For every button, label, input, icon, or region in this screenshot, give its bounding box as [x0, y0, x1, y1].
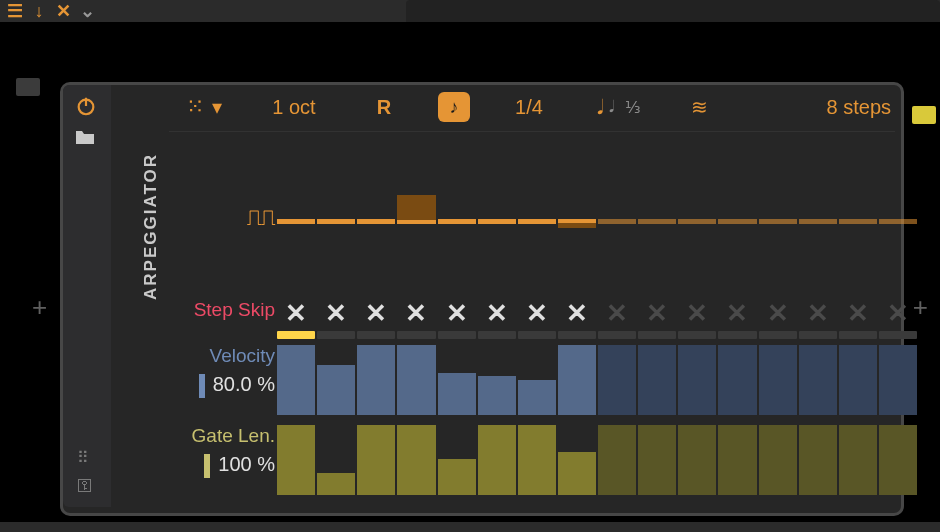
stepskip-step[interactable] — [397, 295, 435, 331]
rate-dotted[interactable]: 𝅘𝅥. — [609, 98, 613, 116]
list-icon[interactable]: ☰ — [3, 0, 27, 22]
stepskip-step[interactable] — [718, 295, 756, 331]
gate-step[interactable] — [277, 425, 315, 495]
gate-step[interactable] — [518, 425, 556, 495]
gate-step[interactable] — [839, 425, 877, 495]
octave-range[interactable]: 1 oct — [239, 96, 349, 119]
gate-readout[interactable]: 100 % — [169, 453, 275, 478]
gate-step[interactable] — [718, 425, 756, 495]
power-button[interactable] — [71, 91, 101, 121]
velocity-row: Velocity 80.0 % — [169, 345, 895, 415]
gate-step[interactable] — [438, 425, 476, 495]
velocity-step[interactable] — [317, 345, 355, 415]
pitch-step[interactable] — [638, 189, 676, 249]
stepskip-step[interactable] — [839, 295, 877, 331]
device-chain-left: + — [0, 62, 55, 522]
velocity-step[interactable] — [478, 345, 516, 415]
gate-step[interactable] — [759, 425, 797, 495]
velocity-step[interactable] — [277, 345, 315, 415]
stepskip-row: Step Skip — [169, 295, 895, 331]
velocity-step[interactable] — [638, 345, 676, 415]
gate-step[interactable] — [879, 425, 917, 495]
key-icon[interactable]: ⚿ — [77, 477, 93, 495]
velocity-step[interactable] — [879, 345, 917, 415]
velocity-readout[interactable]: 80.0 % — [169, 373, 275, 398]
device-slot-right[interactable] — [912, 106, 936, 124]
pitch-step[interactable] — [478, 189, 516, 249]
pitch-icon: ⎍⎍ — [169, 203, 285, 231]
gate-step[interactable] — [357, 425, 395, 495]
gate-step[interactable] — [317, 425, 355, 495]
rate-value[interactable]: 1/4 — [489, 96, 569, 119]
stepskip-step[interactable] — [759, 295, 797, 331]
module-siderail: ⠿ ⚿ — [63, 85, 111, 507]
module-title: ARPEGGIATOR — [141, 153, 161, 300]
stepskip-step[interactable] — [518, 295, 556, 331]
stepskip-step[interactable] — [879, 295, 917, 331]
gate-step[interactable] — [397, 425, 435, 495]
pitch-row: ⎍⎍ — [169, 189, 895, 249]
pitch-step[interactable] — [357, 189, 395, 249]
stepskip-step[interactable] — [799, 295, 837, 331]
pitch-step[interactable] — [558, 189, 596, 249]
gate-step[interactable] — [598, 425, 636, 495]
stepskip-step[interactable] — [598, 295, 636, 331]
gate-step[interactable] — [558, 425, 596, 495]
gate-step[interactable] — [678, 425, 716, 495]
note-mode-button[interactable]: ♪ — [438, 92, 470, 122]
chevron-down-icon[interactable]: ⌄ — [75, 0, 99, 22]
pattern-icon[interactable]: ⁙ — [186, 94, 204, 120]
down-arrow-icon[interactable]: ↓ — [27, 1, 51, 23]
folder-icon[interactable] — [75, 129, 95, 149]
stepskip-step[interactable] — [438, 295, 476, 331]
drag-handle-icon[interactable]: ⠿ — [77, 448, 91, 467]
velocity-step[interactable] — [397, 345, 435, 415]
tab-strip — [406, 0, 940, 22]
pattern-dropdown[interactable]: ▾ — [212, 95, 222, 119]
velocity-step[interactable] — [759, 345, 797, 415]
velocity-step[interactable] — [518, 345, 556, 415]
stepskip-label: Step Skip — [169, 299, 285, 321]
gate-step[interactable] — [478, 425, 516, 495]
retrigger-icon[interactable]: ≋ — [669, 95, 729, 119]
velocity-step[interactable] — [598, 345, 636, 415]
pitch-step[interactable] — [759, 189, 797, 249]
add-device-button[interactable]: + — [32, 292, 47, 323]
velocity-step[interactable] — [799, 345, 837, 415]
rate-triplet[interactable]: ⅓ — [625, 98, 641, 117]
gate-step[interactable] — [799, 425, 837, 495]
pitch-step[interactable] — [839, 189, 877, 249]
velocity-step[interactable] — [839, 345, 877, 415]
pitch-step[interactable] — [879, 189, 917, 249]
pitch-step[interactable] — [718, 189, 756, 249]
velocity-step[interactable] — [558, 345, 596, 415]
pitch-step[interactable] — [518, 189, 556, 249]
steps-count[interactable]: 8 steps — [729, 96, 895, 119]
pitch-step[interactable] — [598, 189, 636, 249]
velocity-step[interactable] — [678, 345, 716, 415]
gate-label: Gate Len. 100 % — [169, 425, 285, 478]
stepskip-step[interactable] — [678, 295, 716, 331]
pitch-step[interactable] — [317, 189, 355, 249]
stepskip-step[interactable] — [638, 295, 676, 331]
velocity-label: Velocity 80.0 % — [169, 345, 285, 398]
arp-mode[interactable]: R — [349, 96, 419, 119]
stepskip-step[interactable] — [478, 295, 516, 331]
stepskip-step[interactable] — [357, 295, 395, 331]
close-icon[interactable]: ✕ — [51, 0, 75, 22]
pitch-step[interactable] — [397, 189, 435, 249]
arp-header: ⁙ ▾ 1 oct R ♪ 1/4 𝅘𝅥 𝅘𝅥. ⅓ ≋ 8 steps — [169, 85, 895, 129]
device-slot[interactable] — [16, 78, 40, 96]
stepskip-step[interactable] — [317, 295, 355, 331]
velocity-step[interactable] — [718, 345, 756, 415]
velocity-step[interactable] — [357, 345, 395, 415]
pitch-step[interactable] — [678, 189, 716, 249]
gate-step[interactable] — [638, 425, 676, 495]
stepskip-step[interactable] — [277, 295, 315, 331]
pitch-step[interactable] — [799, 189, 837, 249]
velocity-step[interactable] — [438, 345, 476, 415]
arpeggiator-panel: ⠿ ⚿ ARPEGGIATOR ⁙ ▾ 1 oct R ♪ 1/4 𝅘𝅥 𝅘𝅥.… — [60, 82, 904, 516]
pitch-step[interactable] — [438, 189, 476, 249]
pitch-step[interactable] — [277, 189, 315, 249]
stepskip-step[interactable] — [558, 295, 596, 331]
